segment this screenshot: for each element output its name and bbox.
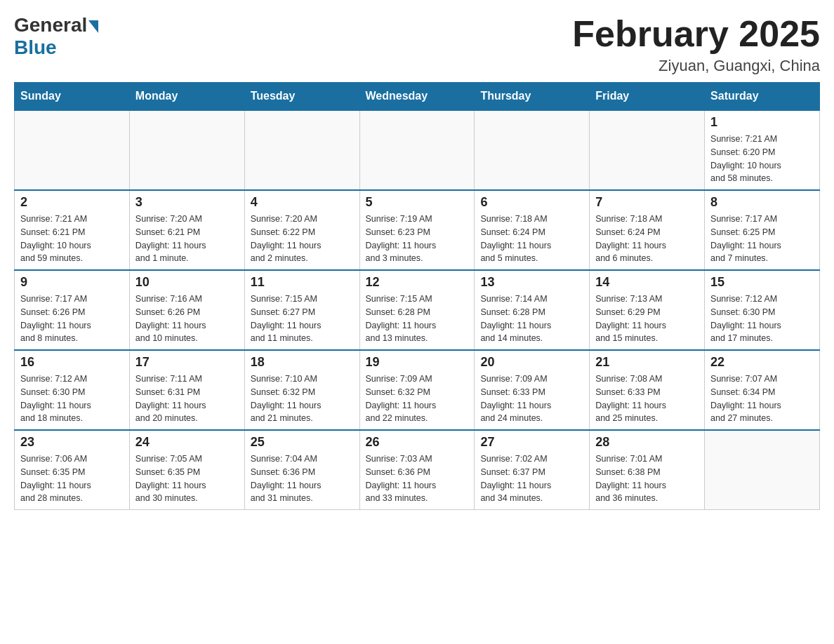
day-info: Sunrise: 7:09 AMSunset: 6:33 PMDaylight:… xyxy=(480,373,583,425)
day-header-tuesday: Tuesday xyxy=(244,83,359,111)
day-info: Sunrise: 7:02 AMSunset: 6:37 PMDaylight:… xyxy=(480,452,583,505)
day-number: 20 xyxy=(480,355,583,370)
calendar-cell: 25Sunrise: 7:04 AMSunset: 6:36 PMDayligh… xyxy=(244,430,359,510)
day-info: Sunrise: 7:17 AMSunset: 6:26 PMDaylight:… xyxy=(20,293,124,345)
logo-blue-text: Blue xyxy=(14,36,57,59)
day-header-thursday: Thursday xyxy=(475,83,590,111)
calendar-cell: 22Sunrise: 7:07 AMSunset: 6:34 PMDayligh… xyxy=(705,350,820,430)
day-info: Sunrise: 7:06 AMSunset: 6:35 PMDaylight:… xyxy=(20,452,124,505)
calendar-cell xyxy=(475,110,590,190)
calendar-cell: 14Sunrise: 7:13 AMSunset: 6:29 PMDayligh… xyxy=(590,270,705,350)
day-info: Sunrise: 7:20 AMSunset: 6:22 PMDaylight:… xyxy=(251,213,354,265)
page-header: General Blue February 2025 Ziyuan, Guang… xyxy=(14,14,820,75)
day-header-sunday: Sunday xyxy=(15,83,130,111)
calendar-cell: 10Sunrise: 7:16 AMSunset: 6:26 PMDayligh… xyxy=(129,270,244,350)
calendar-cell: 26Sunrise: 7:03 AMSunset: 6:36 PMDayligh… xyxy=(359,430,475,510)
day-number: 22 xyxy=(710,355,814,370)
week-row-1: 1Sunrise: 7:21 AMSunset: 6:20 PMDaylight… xyxy=(15,110,820,190)
day-info: Sunrise: 7:10 AMSunset: 6:32 PMDaylight:… xyxy=(251,373,354,425)
calendar-cell: 24Sunrise: 7:05 AMSunset: 6:35 PMDayligh… xyxy=(129,430,244,510)
day-number: 4 xyxy=(251,195,354,210)
calendar-cell: 3Sunrise: 7:20 AMSunset: 6:21 PMDaylight… xyxy=(129,190,244,270)
day-number: 7 xyxy=(595,195,699,210)
day-info: Sunrise: 7:20 AMSunset: 6:21 PMDaylight:… xyxy=(135,213,239,265)
calendar-cell xyxy=(359,110,475,190)
day-info: Sunrise: 7:13 AMSunset: 6:29 PMDaylight:… xyxy=(595,293,699,345)
calendar-cell: 23Sunrise: 7:06 AMSunset: 6:35 PMDayligh… xyxy=(15,430,130,510)
day-number: 6 xyxy=(480,195,583,210)
calendar-cell: 5Sunrise: 7:19 AMSunset: 6:23 PMDaylight… xyxy=(359,190,475,270)
week-row-3: 9Sunrise: 7:17 AMSunset: 6:26 PMDaylight… xyxy=(15,270,820,350)
logo-general-text: General xyxy=(14,14,87,36)
calendar-cell: 8Sunrise: 7:17 AMSunset: 6:25 PMDaylight… xyxy=(705,190,820,270)
day-number: 21 xyxy=(595,355,699,370)
title-block: February 2025 Ziyuan, Guangxi, China xyxy=(572,14,820,75)
day-info: Sunrise: 7:15 AMSunset: 6:27 PMDaylight:… xyxy=(251,293,354,345)
day-header-wednesday: Wednesday xyxy=(359,83,475,111)
calendar-cell: 28Sunrise: 7:01 AMSunset: 6:38 PMDayligh… xyxy=(590,430,705,510)
calendar-cell: 1Sunrise: 7:21 AMSunset: 6:20 PMDaylight… xyxy=(705,110,820,190)
day-header-monday: Monday xyxy=(129,83,244,111)
day-number: 24 xyxy=(135,435,239,450)
day-number: 27 xyxy=(480,435,583,450)
calendar-table: SundayMondayTuesdayWednesdayThursdayFrid… xyxy=(14,82,820,510)
day-header-friday: Friday xyxy=(590,83,705,111)
day-number: 8 xyxy=(710,195,814,210)
calendar-cell: 17Sunrise: 7:11 AMSunset: 6:31 PMDayligh… xyxy=(129,350,244,430)
calendar-cell: 21Sunrise: 7:08 AMSunset: 6:33 PMDayligh… xyxy=(590,350,705,430)
day-info: Sunrise: 7:01 AMSunset: 6:38 PMDaylight:… xyxy=(595,452,699,505)
calendar-cell: 13Sunrise: 7:14 AMSunset: 6:28 PMDayligh… xyxy=(475,270,590,350)
calendar-cell: 15Sunrise: 7:12 AMSunset: 6:30 PMDayligh… xyxy=(705,270,820,350)
day-info: Sunrise: 7:08 AMSunset: 6:33 PMDaylight:… xyxy=(595,373,699,425)
day-info: Sunrise: 7:09 AMSunset: 6:32 PMDaylight:… xyxy=(366,373,469,425)
day-info: Sunrise: 7:05 AMSunset: 6:35 PMDaylight:… xyxy=(135,452,239,505)
calendar-cell xyxy=(244,110,359,190)
day-header-saturday: Saturday xyxy=(705,83,820,111)
calendar-cell: 11Sunrise: 7:15 AMSunset: 6:27 PMDayligh… xyxy=(244,270,359,350)
day-info: Sunrise: 7:19 AMSunset: 6:23 PMDaylight:… xyxy=(366,213,469,265)
calendar-cell: 27Sunrise: 7:02 AMSunset: 6:37 PMDayligh… xyxy=(475,430,590,510)
day-info: Sunrise: 7:16 AMSunset: 6:26 PMDaylight:… xyxy=(135,293,239,345)
calendar-cell: 20Sunrise: 7:09 AMSunset: 6:33 PMDayligh… xyxy=(475,350,590,430)
day-number: 2 xyxy=(20,195,124,210)
day-info: Sunrise: 7:04 AMSunset: 6:36 PMDaylight:… xyxy=(251,452,354,505)
calendar-cell: 6Sunrise: 7:18 AMSunset: 6:24 PMDaylight… xyxy=(475,190,590,270)
day-info: Sunrise: 7:15 AMSunset: 6:28 PMDaylight:… xyxy=(366,293,469,345)
day-info: Sunrise: 7:03 AMSunset: 6:36 PMDaylight:… xyxy=(366,452,469,505)
day-number: 11 xyxy=(251,275,354,290)
logo: General Blue xyxy=(14,14,98,59)
calendar-title: February 2025 xyxy=(572,14,820,54)
header-row: SundayMondayTuesdayWednesdayThursdayFrid… xyxy=(15,83,820,111)
calendar-cell: 9Sunrise: 7:17 AMSunset: 6:26 PMDaylight… xyxy=(15,270,130,350)
day-number: 19 xyxy=(366,355,469,370)
day-number: 5 xyxy=(366,195,469,210)
calendar-cell: 2Sunrise: 7:21 AMSunset: 6:21 PMDaylight… xyxy=(15,190,130,270)
calendar-subtitle: Ziyuan, Guangxi, China xyxy=(572,57,820,75)
calendar-cell xyxy=(129,110,244,190)
calendar-cell xyxy=(15,110,130,190)
day-number: 28 xyxy=(595,435,699,450)
calendar-cell: 4Sunrise: 7:20 AMSunset: 6:22 PMDaylight… xyxy=(244,190,359,270)
calendar-cell: 12Sunrise: 7:15 AMSunset: 6:28 PMDayligh… xyxy=(359,270,475,350)
day-number: 9 xyxy=(20,275,124,290)
calendar-cell: 7Sunrise: 7:18 AMSunset: 6:24 PMDaylight… xyxy=(590,190,705,270)
day-number: 17 xyxy=(135,355,239,370)
calendar-cell xyxy=(705,430,820,510)
day-number: 14 xyxy=(595,275,699,290)
calendar-cell xyxy=(590,110,705,190)
week-row-2: 2Sunrise: 7:21 AMSunset: 6:21 PMDaylight… xyxy=(15,190,820,270)
week-row-5: 23Sunrise: 7:06 AMSunset: 6:35 PMDayligh… xyxy=(15,430,820,510)
day-info: Sunrise: 7:07 AMSunset: 6:34 PMDaylight:… xyxy=(710,373,814,425)
day-number: 3 xyxy=(135,195,239,210)
day-info: Sunrise: 7:21 AMSunset: 6:20 PMDaylight:… xyxy=(710,133,814,185)
day-number: 12 xyxy=(366,275,469,290)
day-info: Sunrise: 7:18 AMSunset: 6:24 PMDaylight:… xyxy=(480,213,583,265)
day-info: Sunrise: 7:12 AMSunset: 6:30 PMDaylight:… xyxy=(710,293,814,345)
day-info: Sunrise: 7:18 AMSunset: 6:24 PMDaylight:… xyxy=(595,213,699,265)
day-number: 15 xyxy=(710,275,814,290)
day-number: 13 xyxy=(480,275,583,290)
calendar-cell: 19Sunrise: 7:09 AMSunset: 6:32 PMDayligh… xyxy=(359,350,475,430)
day-info: Sunrise: 7:17 AMSunset: 6:25 PMDaylight:… xyxy=(710,213,814,265)
logo-arrow-icon xyxy=(88,20,98,33)
day-number: 16 xyxy=(20,355,124,370)
